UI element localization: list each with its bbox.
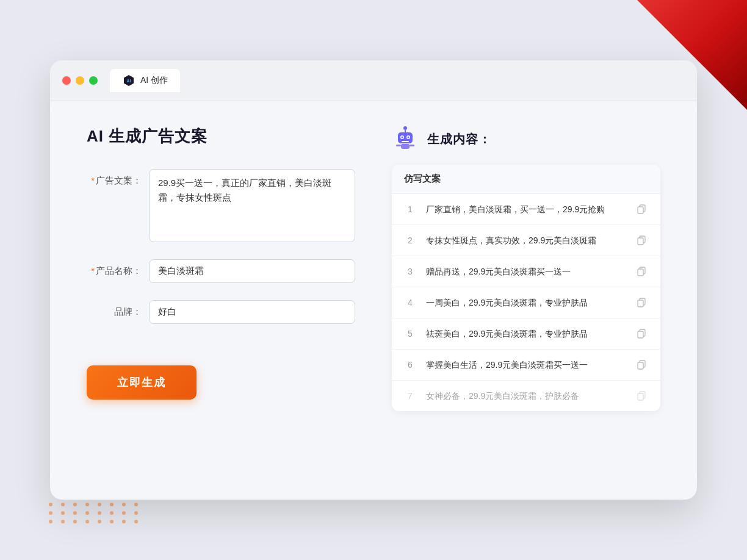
- svg-rect-24: [638, 362, 643, 369]
- brand-label: 品牌：: [87, 300, 142, 318]
- result-table: 仿写文案 1厂家直销，美白淡斑霜，买一送一，29.9元抢购 2专抹女性斑点，真实…: [392, 165, 660, 411]
- right-panel: 生成内容： 仿写文案 1厂家直销，美白淡斑霜，买一送一，29.9元抢购 2专抹女…: [392, 126, 660, 411]
- row-text: 厂家直销，美白淡斑霜，买一送一，29.9元抢购: [426, 203, 625, 216]
- main-content: AI 生成广告文案 *广告文案： 29.9买一送一，真正的厂家直销，美白淡斑霜，…: [50, 101, 697, 436]
- row-number: 7: [404, 391, 416, 401]
- product-name-label: *产品名称：: [87, 259, 142, 277]
- row-number: 2: [404, 235, 416, 245]
- form-group-ad-copy: *广告文案： 29.9买一送一，真正的厂家直销，美白淡斑霜，专抹女性斑点: [87, 169, 355, 242]
- close-button[interactable]: [62, 76, 71, 85]
- result-row: 2专抹女性斑点，真实功效，29.9元美白淡斑霜: [392, 225, 660, 256]
- svg-rect-20: [638, 300, 643, 307]
- svg-rect-18: [638, 269, 643, 276]
- maximize-button[interactable]: [89, 76, 98, 85]
- minimize-button[interactable]: [76, 76, 84, 85]
- svg-point-2: [403, 126, 407, 130]
- left-panel: AI 生成广告文案 *广告文案： 29.9买一送一，真正的厂家直销，美白淡斑霜，…: [87, 126, 355, 411]
- row-text: 女神必备，29.9元美白淡斑霜，护肤必备: [426, 390, 625, 403]
- svg-rect-14: [638, 207, 643, 214]
- result-row: 5祛斑美白，29.9元美白淡斑霜，专业护肤品: [392, 318, 660, 350]
- row-number: 4: [404, 298, 416, 307]
- svg-rect-26: [638, 393, 643, 400]
- result-row: 4一周美白，29.9元美白淡斑霜，专业护肤品: [392, 287, 660, 318]
- required-star: *: [91, 175, 95, 185]
- copy-icon[interactable]: [635, 203, 648, 216]
- result-title: 生成内容：: [427, 131, 491, 148]
- row-text: 一周美白，29.9元美白淡斑霜，专业护肤品: [426, 296, 625, 309]
- svg-rect-12: [410, 145, 414, 146]
- row-text: 赠品再送，29.9元美白淡斑霜买一送一: [426, 265, 625, 278]
- window-controls: [62, 76, 98, 85]
- row-number: 3: [404, 267, 416, 276]
- svg-rect-16: [638, 238, 643, 245]
- result-row: 6掌握美白生活，29.9元美白淡斑霜买一送一: [392, 350, 660, 381]
- form-group-brand: 品牌：: [87, 300, 355, 324]
- copy-icon[interactable]: [635, 389, 648, 403]
- svg-rect-9: [402, 141, 409, 142]
- robot-icon: [392, 126, 419, 153]
- ad-copy-label: *广告文案：: [87, 169, 142, 187]
- svg-rect-22: [638, 331, 643, 338]
- svg-rect-11: [396, 145, 401, 146]
- product-name-field[interactable]: [149, 259, 355, 283]
- form-group-product-name: *产品名称：: [87, 259, 355, 283]
- result-row: 7女神必备，29.9元美白淡斑霜，护肤必备: [392, 381, 660, 411]
- svg-point-7: [402, 137, 403, 138]
- browser-window: AI AI 创作 AI 生成广告文案 *广告文案： 29.9买一送一，真正的厂家…: [50, 60, 697, 500]
- tab-label: AI 创作: [140, 75, 168, 86]
- row-text: 祛斑美白，29.9元美白淡斑霜，专业护肤品: [426, 328, 625, 340]
- copy-icon[interactable]: [635, 234, 648, 247]
- row-text: 专抹女性斑点，真实功效，29.9元美白淡斑霜: [426, 234, 625, 247]
- svg-point-8: [408, 137, 410, 138]
- copy-icon[interactable]: [635, 265, 648, 278]
- copy-icon[interactable]: [635, 358, 648, 372]
- row-text: 掌握美白生活，29.9元美白淡斑霜买一送一: [426, 359, 625, 372]
- result-row: 3赠品再送，29.9元美白淡斑霜买一送一: [392, 256, 660, 287]
- result-table-header: 仿写文案: [392, 165, 660, 194]
- title-bar: AI AI 创作: [50, 60, 697, 101]
- ad-copy-field[interactable]: 29.9买一送一，真正的厂家直销，美白淡斑霜，专抹女性斑点: [149, 169, 355, 242]
- row-number: 6: [404, 360, 416, 370]
- required-star-2: *: [91, 265, 95, 276]
- result-row: 1厂家直销，美白淡斑霜，买一送一，29.9元抢购: [392, 194, 660, 225]
- bg-decoration-dots: [49, 503, 142, 523]
- results-container: 1厂家直销，美白淡斑霜，买一送一，29.9元抢购 2专抹女性斑点，真实功效，29…: [392, 194, 660, 411]
- result-header: 生成内容：: [392, 126, 660, 153]
- row-number: 5: [404, 329, 416, 339]
- svg-text:AI: AI: [127, 79, 131, 83]
- row-number: 1: [404, 204, 416, 214]
- brand-field[interactable]: [149, 300, 355, 324]
- generate-button[interactable]: 立即生成: [87, 365, 197, 400]
- svg-rect-10: [401, 144, 410, 149]
- page-title: AI 生成广告文案: [87, 126, 355, 147]
- ai-creation-tab[interactable]: AI AI 创作: [110, 69, 180, 92]
- copy-icon[interactable]: [635, 327, 648, 340]
- ai-tab-icon: AI: [122, 74, 135, 87]
- copy-icon[interactable]: [635, 296, 648, 309]
